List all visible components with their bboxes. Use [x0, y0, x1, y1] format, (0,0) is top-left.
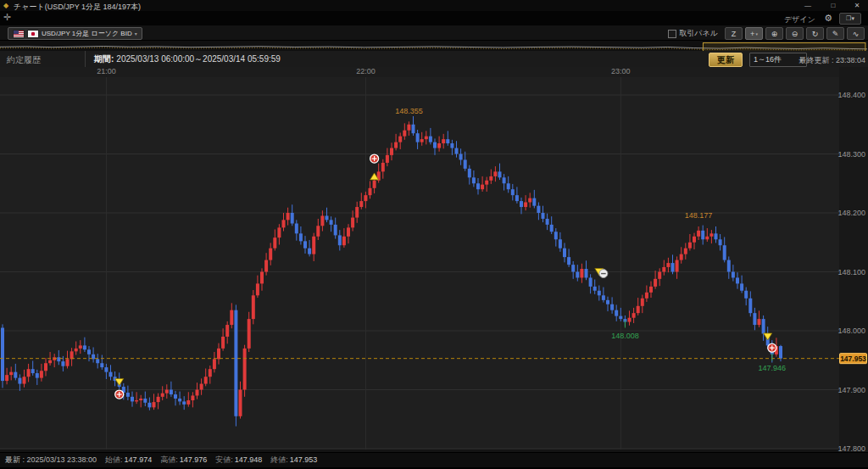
candle-body: [225, 325, 229, 337]
candle-body: [277, 227, 281, 237]
candle-body: [178, 399, 181, 401]
candle-body: [658, 272, 661, 279]
candle-body: [455, 148, 459, 154]
candle-body: [48, 360, 52, 363]
candle-body: [701, 231, 704, 239]
candle-body: [693, 237, 696, 243]
candle-body: [5, 375, 8, 381]
chart-canvas[interactable]: 148.400148.300148.200148.100148.000147.9…: [0, 67, 868, 452]
candle-body: [593, 287, 597, 291]
candle-body: [66, 359, 70, 366]
candle-body: [330, 220, 333, 225]
low-label: 安値:: [215, 455, 233, 464]
candle-body: [723, 245, 726, 260]
candle-body: [645, 293, 648, 299]
chevron-down-icon: ▾: [755, 31, 758, 36]
close-position-marker[interactable]: [599, 270, 608, 278]
high-label: 高値:: [160, 455, 178, 464]
plot-background: [0, 77, 839, 449]
candle-body: [342, 237, 346, 245]
design-menu[interactable]: デザイン: [784, 14, 815, 25]
candle-body: [23, 377, 26, 383]
execution-history-bar: 約定履歴 期間: 2025/03/13 06:00:00～2025/03/14 …: [0, 51, 868, 68]
minimize-button[interactable]: —: [798, 1, 817, 10]
last-update-time: 最終更新 : 23:38:04: [798, 55, 865, 66]
gear-icon[interactable]: ⚙: [824, 13, 832, 24]
candle-body: [126, 393, 130, 397]
candle-body: [532, 198, 536, 206]
candle-body: [14, 372, 17, 378]
candle-body: [688, 243, 692, 248]
candle-body: [326, 215, 329, 220]
refresh-icon: ↻: [812, 30, 819, 38]
maximize-button[interactable]: □: [824, 1, 843, 10]
candle-body: [70, 351, 74, 359]
candle-body: [676, 260, 679, 272]
candle-body: [537, 206, 540, 213]
candle-body: [217, 349, 220, 360]
y-axis-label: 148.300: [837, 150, 865, 159]
close-label: 終値:: [270, 455, 288, 464]
order-target-marker[interactable]: [768, 343, 776, 352]
move-icon[interactable]: ✛: [3, 12, 11, 23]
draw-button[interactable]: ✎: [826, 27, 844, 40]
candle-body: [170, 390, 173, 395]
candle-body: [662, 267, 665, 272]
candle-body: [196, 390, 199, 396]
candle-body: [481, 185, 484, 190]
price-axis-panel[interactable]: [839, 67, 868, 452]
candle-body: [666, 263, 670, 267]
current-price-value: 147.953: [840, 355, 866, 363]
period-value: 2025/03/13 06:00:00～2025/03/14 05:59:59: [116, 53, 281, 65]
order-target-marker[interactable]: [115, 390, 124, 399]
candle-body: [355, 207, 359, 218]
candle-body: [75, 349, 78, 351]
candle-body: [671, 263, 675, 271]
crosshair-button[interactable]: +▾: [745, 27, 763, 40]
candle-body: [291, 213, 294, 224]
zoom-in-icon: ⊕: [771, 30, 778, 38]
candle-body: [381, 163, 385, 171]
candle-body: [191, 395, 194, 400]
candle-body: [705, 237, 709, 239]
candle-body: [425, 137, 428, 139]
refresh-button[interactable]: ↻: [806, 27, 824, 40]
candle-body: [649, 287, 653, 293]
candle-body: [269, 248, 272, 260]
us-flag-icon: [13, 30, 25, 38]
layout-select-button[interactable]: ❒▾: [839, 13, 861, 25]
candle-body: [186, 400, 190, 405]
candle-body: [550, 225, 554, 232]
pair-selector[interactable]: USD/JPY 1分足 ローソク BID ▾: [8, 27, 142, 40]
indicator-button[interactable]: ∿: [847, 27, 865, 40]
candle-body: [359, 201, 363, 207]
trade-panel-checkbox[interactable]: [668, 30, 676, 38]
chart-navigator[interactable]: [0, 40, 868, 52]
zoom-out-button[interactable]: ⊖: [786, 27, 804, 40]
candle-body: [347, 227, 350, 236]
count-select-value: 1～16件: [754, 54, 782, 65]
candle-body: [507, 183, 510, 189]
candle-body: [459, 154, 463, 160]
candle-body: [299, 233, 303, 241]
zoom-in-button[interactable]: ⊕: [765, 27, 783, 40]
candle-body: [719, 239, 722, 245]
candle-body: [697, 231, 700, 237]
candle-body: [580, 269, 583, 277]
candle-body: [762, 319, 765, 333]
candle-body: [139, 399, 142, 400]
candle-body: [104, 367, 108, 372]
update-button[interactable]: 更新: [709, 53, 743, 67]
candle-body: [174, 394, 177, 399]
chart-toolbar: USD/JPY 1分足 ローソク BID ▾ 取引パネル Z+▾⊕⊖↻✎∿: [0, 25, 868, 40]
close-button[interactable]: ✕: [848, 1, 866, 10]
menu-row: ✛ デザイン ⚙ ❒▾: [0, 11, 868, 25]
candlestick-chart[interactable]: 148.400148.300148.200148.100148.000147.9…: [0, 67, 868, 452]
timeframe-button[interactable]: Z: [725, 27, 743, 40]
candle-body: [165, 390, 169, 394]
candle-body: [200, 384, 203, 390]
order-target-marker[interactable]: [370, 154, 379, 163]
candle-body: [524, 202, 527, 207]
candle-body: [161, 394, 164, 397]
chevron-down-icon: ▾: [135, 31, 137, 36]
